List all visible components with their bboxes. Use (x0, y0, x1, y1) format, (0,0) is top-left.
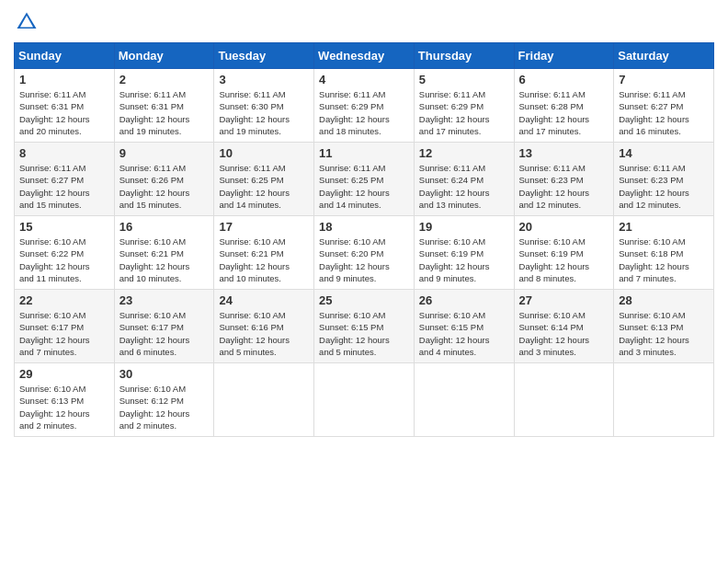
day-number: 28 (619, 293, 709, 307)
day-number: 10 (219, 146, 309, 160)
calendar-cell: 23 Sunrise: 6:10 AMSunset: 6:17 PMDaylig… (114, 290, 214, 363)
day-info: Sunrise: 6:11 AMSunset: 6:23 PMDaylight:… (519, 162, 609, 211)
day-number: 30 (119, 367, 210, 381)
calendar-cell: 28 Sunrise: 6:10 AMSunset: 6:13 PMDaylig… (614, 290, 714, 363)
calendar-cell (514, 363, 614, 437)
day-info: Sunrise: 6:10 AMSunset: 6:13 PMDaylight:… (19, 383, 109, 431)
day-info: Sunrise: 6:11 AMSunset: 6:25 PMDaylight:… (219, 162, 309, 211)
day-info: Sunrise: 6:10 AMSunset: 6:22 PMDaylight:… (19, 236, 109, 284)
day-number: 3 (219, 73, 309, 86)
day-info: Sunrise: 6:11 AMSunset: 6:31 PMDaylight:… (119, 88, 210, 137)
calendar-cell (214, 363, 314, 437)
day-number: 16 (119, 220, 210, 234)
day-number: 20 (519, 220, 609, 234)
day-number: 24 (219, 293, 309, 307)
calendar-cell: 12 Sunrise: 6:11 AMSunset: 6:24 PMDaylig… (414, 143, 514, 216)
day-number: 18 (319, 220, 409, 234)
day-number: 11 (319, 146, 409, 160)
day-number: 6 (519, 73, 609, 86)
calendar-header-monday: Monday (114, 43, 214, 69)
calendar-cell: 15 Sunrise: 6:10 AMSunset: 6:22 PMDaylig… (15, 216, 115, 290)
day-info: Sunrise: 6:10 AMSunset: 6:19 PMDaylight:… (419, 236, 509, 284)
day-info: Sunrise: 6:10 AMSunset: 6:13 PMDaylight:… (619, 309, 709, 358)
calendar-week-row: 8 Sunrise: 6:11 AMSunset: 6:27 PMDayligh… (15, 143, 714, 216)
day-number: 14 (619, 146, 709, 160)
calendar-header-row: SundayMondayTuesdayWednesdayThursdayFrid… (15, 43, 714, 69)
day-number: 23 (119, 293, 210, 307)
calendar-cell (614, 363, 714, 437)
day-info: Sunrise: 6:10 AMSunset: 6:14 PMDaylight:… (519, 309, 609, 358)
calendar-cell: 20 Sunrise: 6:10 AMSunset: 6:19 PMDaylig… (514, 216, 614, 290)
day-number: 19 (419, 220, 509, 234)
calendar-cell: 17 Sunrise: 6:10 AMSunset: 6:21 PMDaylig… (214, 216, 314, 290)
calendar-cell: 18 Sunrise: 6:10 AMSunset: 6:20 PMDaylig… (314, 216, 415, 290)
day-info: Sunrise: 6:10 AMSunset: 6:16 PMDaylight:… (219, 309, 309, 358)
calendar-header-friday: Friday (514, 43, 614, 69)
calendar-week-row: 22 Sunrise: 6:10 AMSunset: 6:17 PMDaylig… (15, 290, 714, 363)
day-number: 22 (19, 293, 109, 307)
header (14, 9, 714, 35)
calendar-week-row: 29 Sunrise: 6:10 AMSunset: 6:13 PMDaylig… (15, 363, 714, 437)
day-number: 1 (19, 73, 109, 86)
calendar-cell: 3 Sunrise: 6:11 AMSunset: 6:30 PMDayligh… (214, 69, 314, 143)
day-number: 26 (419, 293, 509, 307)
calendar-week-row: 15 Sunrise: 6:10 AMSunset: 6:22 PMDaylig… (15, 216, 714, 290)
calendar-header-thursday: Thursday (414, 43, 514, 69)
day-info: Sunrise: 6:10 AMSunset: 6:15 PMDaylight:… (419, 309, 509, 358)
day-info: Sunrise: 6:11 AMSunset: 6:25 PMDaylight:… (319, 162, 409, 211)
calendar-cell: 7 Sunrise: 6:11 AMSunset: 6:27 PMDayligh… (614, 69, 714, 143)
calendar-header-wednesday: Wednesday (314, 43, 415, 69)
day-info: Sunrise: 6:11 AMSunset: 6:29 PMDaylight:… (319, 88, 409, 137)
calendar-cell (314, 363, 415, 437)
calendar-table: SundayMondayTuesdayWednesdayThursdayFrid… (14, 42, 714, 437)
day-number: 21 (619, 220, 709, 234)
day-info: Sunrise: 6:11 AMSunset: 6:23 PMDaylight:… (619, 162, 709, 211)
calendar-cell: 29 Sunrise: 6:10 AMSunset: 6:13 PMDaylig… (15, 363, 115, 437)
day-info: Sunrise: 6:10 AMSunset: 6:20 PMDaylight:… (319, 236, 409, 284)
day-number: 8 (19, 146, 109, 160)
calendar-cell: 30 Sunrise: 6:10 AMSunset: 6:12 PMDaylig… (114, 363, 214, 437)
day-number: 7 (619, 73, 709, 86)
day-number: 5 (419, 73, 509, 86)
calendar-header-sunday: Sunday (15, 43, 115, 69)
day-info: Sunrise: 6:10 AMSunset: 6:15 PMDaylight:… (319, 309, 409, 358)
calendar-cell: 14 Sunrise: 6:11 AMSunset: 6:23 PMDaylig… (614, 143, 714, 216)
calendar-cell: 9 Sunrise: 6:11 AMSunset: 6:26 PMDayligh… (114, 143, 214, 216)
logo (14, 9, 43, 35)
day-info: Sunrise: 6:11 AMSunset: 6:24 PMDaylight:… (419, 162, 509, 211)
day-info: Sunrise: 6:10 AMSunset: 6:19 PMDaylight:… (519, 236, 609, 284)
calendar-cell: 21 Sunrise: 6:10 AMSunset: 6:18 PMDaylig… (614, 216, 714, 290)
calendar-cell: 6 Sunrise: 6:11 AMSunset: 6:28 PMDayligh… (514, 69, 614, 143)
day-number: 15 (19, 220, 109, 234)
day-number: 13 (519, 146, 609, 160)
day-info: Sunrise: 6:10 AMSunset: 6:21 PMDaylight:… (119, 236, 210, 284)
calendar-cell: 16 Sunrise: 6:10 AMSunset: 6:21 PMDaylig… (114, 216, 214, 290)
calendar-cell: 8 Sunrise: 6:11 AMSunset: 6:27 PMDayligh… (15, 143, 115, 216)
day-info: Sunrise: 6:10 AMSunset: 6:18 PMDaylight:… (619, 236, 709, 284)
day-number: 9 (119, 146, 210, 160)
calendar-cell: 13 Sunrise: 6:11 AMSunset: 6:23 PMDaylig… (514, 143, 614, 216)
calendar-body: 1 Sunrise: 6:11 AMSunset: 6:31 PMDayligh… (15, 69, 714, 437)
calendar-cell: 24 Sunrise: 6:10 AMSunset: 6:16 PMDaylig… (214, 290, 314, 363)
calendar-cell: 25 Sunrise: 6:10 AMSunset: 6:15 PMDaylig… (314, 290, 415, 363)
calendar-cell (414, 363, 514, 437)
day-info: Sunrise: 6:11 AMSunset: 6:29 PMDaylight:… (419, 88, 509, 137)
day-info: Sunrise: 6:11 AMSunset: 6:26 PMDaylight:… (119, 162, 210, 211)
calendar-cell: 4 Sunrise: 6:11 AMSunset: 6:29 PMDayligh… (314, 69, 415, 143)
logo-icon (14, 9, 40, 35)
day-info: Sunrise: 6:11 AMSunset: 6:30 PMDaylight:… (219, 88, 309, 137)
calendar-cell: 19 Sunrise: 6:10 AMSunset: 6:19 PMDaylig… (414, 216, 514, 290)
day-info: Sunrise: 6:10 AMSunset: 6:21 PMDaylight:… (219, 236, 309, 284)
day-info: Sunrise: 6:11 AMSunset: 6:31 PMDaylight:… (19, 88, 109, 137)
calendar-cell: 22 Sunrise: 6:10 AMSunset: 6:17 PMDaylig… (15, 290, 115, 363)
day-info: Sunrise: 6:11 AMSunset: 6:27 PMDaylight:… (19, 162, 109, 211)
day-number: 25 (319, 293, 409, 307)
calendar-cell: 26 Sunrise: 6:10 AMSunset: 6:15 PMDaylig… (414, 290, 514, 363)
day-number: 4 (319, 73, 409, 86)
day-number: 12 (419, 146, 509, 160)
calendar-cell: 1 Sunrise: 6:11 AMSunset: 6:31 PMDayligh… (15, 69, 115, 143)
calendar-header-saturday: Saturday (614, 43, 714, 69)
calendar-header-tuesday: Tuesday (214, 43, 314, 69)
day-info: Sunrise: 6:10 AMSunset: 6:12 PMDaylight:… (119, 383, 210, 431)
day-info: Sunrise: 6:10 AMSunset: 6:17 PMDaylight:… (19, 309, 109, 358)
